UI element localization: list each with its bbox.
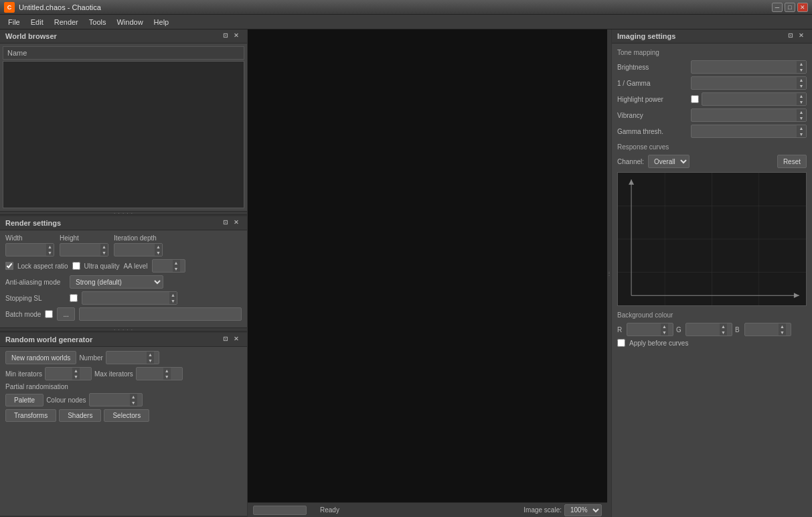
max-iterators-input[interactable]: 5	[137, 370, 163, 378]
apply-before-curves-checkbox[interactable]	[617, 339, 625, 347]
menu-tools[interactable]: Tools	[84, 17, 112, 27]
menu-help[interactable]: Help	[149, 17, 175, 27]
vibrancy-input[interactable]: 1.0	[692, 112, 797, 119]
iteration-depth-input[interactable]: 10000	[114, 246, 155, 254]
response-curves-section: Response curves Channel: OverallRedGreen…	[617, 143, 807, 306]
colour-nodes-input[interactable]: 8	[90, 396, 130, 404]
number-decrement-button[interactable]: ▼	[147, 358, 154, 364]
b-input[interactable]: 0.0	[745, 326, 779, 334]
render-settings-content: Width 1024 ▲ ▼ Height 640	[0, 230, 247, 327]
min-iterators-increment-button[interactable]: ▲	[72, 368, 80, 374]
image-scale-dropdown[interactable]: 100% 50% 75% 200%	[564, 504, 602, 516]
highlight-power-checkbox[interactable]	[691, 95, 699, 103]
number-increment-button[interactable]: ▲	[147, 352, 154, 358]
menu-edit[interactable]: Edit	[25, 17, 49, 27]
gamma-input[interactable]: 4.0	[692, 80, 797, 87]
height-increment-button[interactable]: ▲	[100, 244, 108, 250]
progress-bar	[253, 506, 307, 515]
reset-button[interactable]: Reset	[777, 155, 807, 168]
gamma-label: 1 / Gamma	[617, 80, 691, 87]
maximize-button[interactable]: □	[785, 3, 795, 12]
gamma-thresh-decrement-button[interactable]: ▼	[797, 131, 806, 137]
min-iterators-decrement-button[interactable]: ▼	[72, 374, 80, 380]
height-input[interactable]: 640	[60, 246, 100, 254]
ultra-quality-checkbox[interactable]	[72, 262, 80, 270]
r-decrement-button[interactable]: ▼	[661, 329, 668, 336]
transforms-button[interactable]: Transforms	[5, 409, 56, 422]
imaging-settings-close-icon[interactable]: ✕	[799, 32, 807, 40]
g-input[interactable]: 0.0	[686, 326, 720, 334]
r-input[interactable]: 0.0	[627, 326, 661, 334]
world-browser-header: World browser ⊡ ✕	[0, 29, 247, 44]
canvas-main[interactable]	[248, 29, 607, 502]
menu-file[interactable]: File	[3, 17, 25, 27]
highlight-power-decrement-button[interactable]: ▼	[797, 99, 806, 105]
colour-nodes-increment-button[interactable]: ▲	[130, 394, 137, 400]
world-browser-restore-icon[interactable]: ⊡	[223, 32, 231, 40]
height-decrement-button[interactable]: ▼	[100, 250, 108, 256]
antialiasing-mode-dropdown[interactable]: NoneLowMediumStrong (default)Ultra	[70, 275, 163, 289]
imaging-settings-icons: ⊡ ✕	[788, 32, 807, 40]
b-decrement-button[interactable]: ▼	[779, 329, 786, 336]
render-settings-resize-handle[interactable]: · · · · ·	[0, 327, 247, 331]
max-iterators-increment-button[interactable]: ▲	[163, 368, 171, 374]
main-layout: World browser ⊡ ✕ Name · · · · · Render …	[0, 29, 812, 517]
number-input[interactable]: 9	[106, 354, 147, 362]
iteration-depth-increment-button[interactable]: ▲	[155, 244, 162, 250]
gamma-increment-button[interactable]: ▲	[797, 77, 806, 83]
brightness-decrement-button[interactable]: ▼	[797, 67, 806, 73]
menu-render[interactable]: Render	[49, 17, 84, 27]
stopping-sl-input[interactable]: 8.00	[82, 295, 169, 302]
curves-canvas[interactable]	[617, 172, 807, 306]
stopping-sl-decrement-button[interactable]: ▼	[169, 298, 177, 304]
width-decrement-button[interactable]: ▼	[46, 250, 54, 256]
batch-mode-path-field[interactable]	[79, 307, 242, 321]
colour-nodes-decrement-button[interactable]: ▼	[130, 400, 137, 406]
new-random-worlds-button[interactable]: New random worlds	[5, 351, 76, 364]
menu-window[interactable]: Window	[111, 17, 148, 27]
world-browser-resize-handle[interactable]: · · · · ·	[0, 211, 247, 215]
gamma-thresh-input[interactable]: 0.0	[692, 128, 797, 135]
g-decrement-button[interactable]: ▼	[720, 329, 727, 336]
batch-mode-checkbox[interactable]	[45, 310, 53, 318]
g-increment-button[interactable]: ▲	[720, 323, 727, 329]
stopping-sl-checkbox[interactable]	[70, 294, 78, 302]
gamma-decrement-button[interactable]: ▼	[797, 83, 806, 89]
random-generator-restore-icon[interactable]: ⊡	[223, 336, 231, 344]
close-button[interactable]: ✕	[797, 3, 808, 12]
selectors-button[interactable]: Selectors	[104, 409, 149, 422]
r-increment-button[interactable]: ▲	[661, 323, 668, 329]
aa-level-input[interactable]: 2	[153, 263, 173, 270]
minimize-button[interactable]: ─	[772, 3, 783, 12]
render-settings-restore-icon[interactable]: ⊡	[223, 219, 231, 227]
brightness-increment-button[interactable]: ▲	[797, 61, 806, 67]
colour-nodes-spinner-buttons: ▲ ▼	[130, 394, 137, 406]
vibrancy-increment-button[interactable]: ▲	[797, 109, 806, 115]
brightness-input[interactable]: 4.0	[692, 64, 797, 71]
apply-curves-row: Apply before curves	[617, 339, 807, 347]
lock-aspect-checkbox[interactable]	[5, 262, 13, 270]
world-browser-close-icon[interactable]: ✕	[234, 32, 242, 40]
shaders-button[interactable]: Shaders	[59, 409, 101, 422]
min-iterators-input[interactable]: 3	[46, 370, 72, 378]
channel-dropdown[interactable]: OverallRedGreenBlue	[648, 155, 689, 168]
random-generator-close-icon[interactable]: ✕	[234, 336, 242, 344]
palette-button[interactable]: Palette	[5, 394, 44, 407]
width-input[interactable]: 1024	[6, 246, 46, 254]
aa-level-increment-button[interactable]: ▲	[173, 260, 180, 266]
max-iterators-decrement-button[interactable]: ▼	[163, 374, 171, 380]
highlight-power-increment-button[interactable]: ▲	[797, 93, 806, 99]
imaging-settings-restore-icon[interactable]: ⊡	[788, 32, 796, 40]
aa-level-decrement-button[interactable]: ▼	[173, 266, 180, 272]
colour-nodes-spinbox: 8 ▲ ▼	[89, 393, 143, 407]
render-settings-close-icon[interactable]: ✕	[234, 219, 242, 227]
width-increment-button[interactable]: ▲	[46, 244, 54, 250]
stopping-sl-increment-button[interactable]: ▲	[169, 292, 177, 298]
highlight-power-input[interactable]: 0.05	[702, 96, 797, 103]
random-generator-icons: ⊡ ✕	[223, 336, 242, 344]
b-increment-button[interactable]: ▲	[779, 323, 786, 329]
iteration-depth-decrement-button[interactable]: ▼	[155, 250, 162, 256]
vibrancy-decrement-button[interactable]: ▼	[797, 115, 806, 121]
gamma-thresh-increment-button[interactable]: ▲	[797, 125, 806, 131]
batch-mode-browse-button[interactable]: ...	[57, 307, 74, 321]
